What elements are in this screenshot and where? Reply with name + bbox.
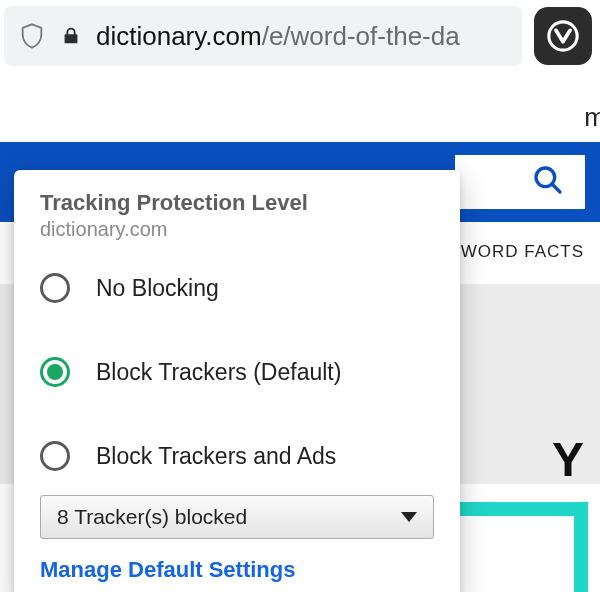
search-icon[interactable]	[532, 164, 564, 200]
option-label: No Blocking	[96, 275, 219, 302]
option-label: Block Trackers (Default)	[96, 359, 341, 386]
radio-icon	[40, 441, 70, 471]
blocked-trackers-button[interactable]: 8 Tracker(s) blocked	[40, 495, 434, 539]
address-bar[interactable]: dictionary.com/e/word-of-the-da	[4, 6, 522, 66]
tracking-protection-popup: Tracking Protection Level dictionary.com…	[14, 170, 460, 592]
option-block-trackers-ads[interactable]: Block Trackers and Ads	[18, 421, 456, 491]
blocked-trackers-label: 8 Tracker(s) blocked	[57, 505, 247, 529]
dropdown-icon	[401, 512, 417, 522]
site-search-box[interactable]	[450, 150, 590, 214]
partial-text-m: m	[584, 102, 600, 133]
address-text: dictionary.com/e/word-of-the-da	[96, 21, 460, 52]
tracking-level-options: No Blocking Block Trackers (Default) Blo…	[18, 253, 456, 491]
manage-default-settings-link[interactable]: Manage Default Settings	[18, 539, 456, 591]
option-no-blocking[interactable]: No Blocking	[18, 253, 456, 323]
lock-icon	[60, 25, 82, 47]
option-label: Block Trackers and Ads	[96, 443, 336, 470]
radio-icon	[40, 357, 70, 387]
option-block-trackers[interactable]: Block Trackers (Default)	[18, 323, 456, 421]
shield-icon[interactable]	[18, 22, 46, 50]
popup-site: dictionary.com	[18, 216, 456, 249]
radio-icon	[40, 273, 70, 303]
site-tab-word-facts[interactable]: WORD FACTS	[461, 242, 584, 262]
page-background: m WORD FACTS Y Tracking Protection Level…	[0, 72, 600, 592]
address-path: /e/word-of-the-da	[262, 21, 460, 51]
vivaldi-menu-button[interactable]	[534, 7, 592, 65]
browser-topbar: dictionary.com/e/word-of-the-da	[0, 0, 600, 72]
svg-point-0	[549, 22, 577, 50]
svg-line-2	[552, 184, 560, 192]
page-heading-letter: Y	[552, 432, 584, 487]
address-host: dictionary.com	[96, 21, 262, 51]
popup-title: Tracking Protection Level	[18, 188, 456, 216]
